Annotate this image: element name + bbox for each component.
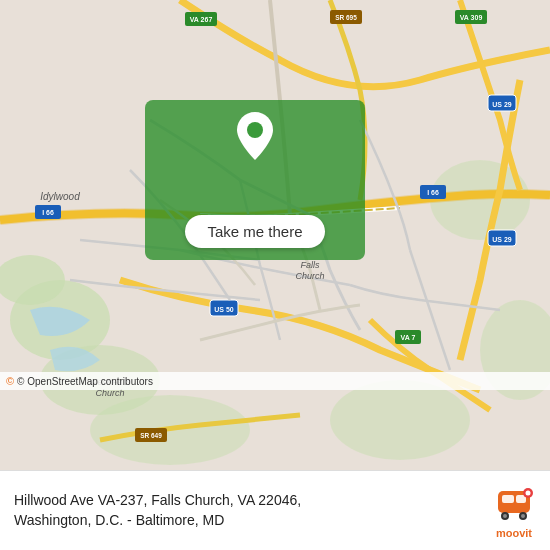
svg-rect-38 — [502, 495, 514, 503]
footer-address-container: Hillwood Ave VA-237, Falls Church, VA 22… — [14, 491, 482, 530]
svg-text:US 29: US 29 — [492, 101, 512, 108]
moovit-logo: moovit — [492, 483, 536, 539]
svg-text:VA 309: VA 309 — [460, 14, 483, 21]
svg-text:Church: Church — [295, 271, 324, 281]
address-line1: Hillwood Ave VA-237, Falls Church, VA 22… — [14, 491, 482, 511]
svg-point-43 — [521, 514, 525, 518]
attribution-text: © OpenStreetMap contributors — [17, 376, 153, 387]
svg-text:Idylwood: Idylwood — [40, 191, 80, 202]
svg-text:SR 649: SR 649 — [140, 432, 162, 439]
footer-bar: Hillwood Ave VA-237, Falls Church, VA 22… — [0, 470, 550, 550]
svg-point-45 — [526, 490, 531, 495]
map-pin-icon — [237, 112, 273, 160]
map-attribution: © © OpenStreetMap contributors — [0, 372, 550, 390]
svg-point-4 — [330, 380, 470, 460]
address-line2: Washington, D.C. - Baltimore, MD — [14, 511, 482, 531]
svg-point-36 — [247, 122, 263, 138]
svg-text:US 50: US 50 — [214, 306, 234, 313]
osm-logo-icon: © — [6, 375, 14, 387]
take-me-there-button[interactable]: Take me there — [185, 215, 324, 248]
svg-text:VA 7: VA 7 — [401, 334, 416, 341]
svg-text:US 29: US 29 — [492, 236, 512, 243]
moovit-brand-icon — [492, 483, 536, 527]
svg-point-41 — [503, 514, 507, 518]
location-overlay: Take me there — [145, 100, 365, 260]
svg-text:I 66: I 66 — [42, 209, 54, 216]
svg-text:I 66: I 66 — [427, 189, 439, 196]
map-container: I 66 I 66 VA 267 SR 695 VA 309 US 29 US … — [0, 0, 550, 470]
svg-text:VA 267: VA 267 — [190, 16, 213, 23]
svg-text:Falls: Falls — [300, 260, 320, 270]
moovit-text: moovit — [496, 527, 532, 539]
svg-text:SR 695: SR 695 — [335, 14, 357, 21]
